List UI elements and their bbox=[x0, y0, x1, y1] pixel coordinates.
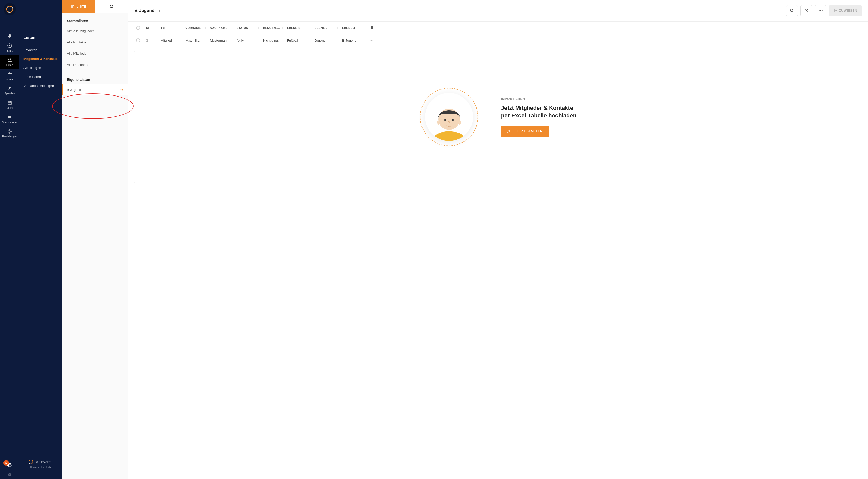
col-vorname[interactable]: VORNAME bbox=[185, 26, 201, 29]
col-benutzer[interactable]: BENUTZE... bbox=[263, 26, 280, 29]
search-icon bbox=[110, 5, 114, 9]
list-b-jugend[interactable]: B-Jugend bbox=[62, 84, 128, 95]
filter-icon[interactable] bbox=[303, 27, 306, 29]
rail-vereinsportal[interactable]: Vereinsportal bbox=[0, 112, 20, 126]
col-ebene2[interactable]: EBENE 2 bbox=[315, 26, 328, 29]
sidebar-item-abteilungen[interactable]: Abteilungen bbox=[24, 63, 58, 72]
external-link-icon bbox=[804, 9, 808, 13]
powered-by: Powered by :buhl bbox=[30, 466, 52, 469]
table-header: NR.| TYP| VORNAME| NACHNAME| STATUS| BEN… bbox=[128, 22, 868, 34]
filter-icon[interactable] bbox=[331, 27, 334, 29]
tab-search[interactable] bbox=[95, 0, 128, 13]
row-checkbox[interactable] bbox=[136, 38, 140, 42]
import-button-label: JETZT STARTEN bbox=[515, 129, 543, 133]
cell-vorname: Maximilian bbox=[183, 38, 208, 42]
sidebar-item-favoriten[interactable]: Favoriten bbox=[24, 46, 58, 54]
svg-point-17 bbox=[820, 10, 821, 11]
rail-listen[interactable]: Listen bbox=[0, 55, 20, 69]
svg-point-18 bbox=[822, 10, 823, 11]
tab-liste-label: LISTE bbox=[76, 5, 87, 8]
upload-icon bbox=[507, 129, 511, 133]
person-illustration-icon bbox=[430, 100, 468, 141]
lists-panel: LISTE Stammlisten Aktuelle Mitglieder Al… bbox=[62, 0, 128, 479]
rail-finanzen[interactable]: Finanzen bbox=[0, 69, 20, 83]
list-add-icon bbox=[834, 9, 837, 12]
svg-point-23 bbox=[371, 40, 372, 41]
cell-status: Aktiv bbox=[235, 38, 261, 42]
rail-bell[interactable] bbox=[0, 31, 20, 40]
page-count: 1 bbox=[158, 9, 160, 13]
svg-point-13 bbox=[110, 5, 113, 8]
brand-icon bbox=[28, 459, 33, 465]
svg-point-7 bbox=[9, 131, 10, 132]
chat-badge: 5 bbox=[3, 460, 9, 466]
table-row[interactable]: 3 Mitglied Maximilian Mustermann Aktiv N… bbox=[128, 34, 868, 47]
main-content: B-Jugend 1 ZUWEISEN NR.| TYP| VORNAME| N… bbox=[128, 0, 868, 479]
columns-icon[interactable] bbox=[370, 26, 373, 29]
svg-point-24 bbox=[373, 40, 373, 41]
bank-icon bbox=[7, 72, 12, 77]
filter-icon[interactable] bbox=[172, 27, 175, 29]
svg-point-3 bbox=[9, 46, 10, 46]
info-icon[interactable]: i bbox=[8, 473, 11, 476]
svg-rect-19 bbox=[370, 26, 370, 29]
rail-listen-label: Listen bbox=[6, 64, 13, 66]
row-more-icon[interactable] bbox=[370, 40, 373, 41]
rail-einstellungen-label: Einstellungen bbox=[2, 135, 17, 138]
cell-ebene2: Jugend bbox=[313, 38, 340, 42]
megaphone-icon bbox=[7, 115, 12, 119]
header-external-button[interactable] bbox=[800, 5, 812, 16]
col-ebene1[interactable]: EBENE 1 bbox=[287, 26, 300, 29]
bell-icon bbox=[8, 34, 12, 38]
assign-button[interactable]: ZUWEISEN bbox=[829, 5, 862, 16]
sidebar-item-verbandsmeldungen[interactable]: Verbandsmeldungen bbox=[24, 81, 58, 90]
page-title: B-Jugend bbox=[134, 8, 154, 13]
rail-finanzen-label: Finanzen bbox=[4, 78, 15, 81]
calendar-icon bbox=[7, 100, 12, 105]
sidebar-item-freie-listen[interactable]: Freie Listen bbox=[24, 72, 58, 81]
hands-heart-icon bbox=[7, 86, 12, 91]
sidebar-item-mitglieder[interactable]: Mitglieder & Kontakte bbox=[24, 54, 58, 63]
rail-start[interactable]: Start bbox=[0, 40, 20, 55]
col-nr[interactable]: NR. bbox=[146, 26, 151, 29]
rail-einstellungen[interactable]: Einstellungen bbox=[0, 126, 20, 141]
select-all-checkbox[interactable] bbox=[136, 26, 140, 30]
import-kicker: IMPORTIEREN bbox=[501, 97, 577, 100]
brand: MeinVerein bbox=[28, 459, 53, 465]
col-typ[interactable]: TYP bbox=[160, 26, 166, 29]
header-search-button[interactable] bbox=[786, 5, 798, 16]
list-alle-kontakte[interactable]: Alle Kontakte bbox=[62, 37, 128, 48]
more-icon bbox=[818, 10, 823, 11]
col-ebene3[interactable]: EBENE 3 bbox=[342, 26, 355, 29]
rail-orga[interactable]: Orga bbox=[0, 97, 20, 112]
list-alle-mitglieder[interactable]: Alle Mitglieder bbox=[62, 48, 128, 59]
filter-icon[interactable] bbox=[359, 27, 362, 29]
rail-start-label: Start bbox=[7, 49, 12, 52]
people-icon bbox=[7, 58, 12, 62]
svg-point-4 bbox=[8, 59, 10, 60]
annotation-circle bbox=[52, 93, 134, 119]
rail-chat[interactable]: 5 bbox=[7, 463, 12, 468]
cell-nachname: Mustermann bbox=[208, 38, 235, 42]
cell-ebene3: B-Jugend bbox=[340, 38, 368, 42]
tab-liste[interactable]: LISTE bbox=[62, 0, 95, 13]
cell-ebene1: Fußball bbox=[285, 38, 313, 42]
broadcast-icon bbox=[120, 89, 123, 91]
col-status[interactable]: STATUS bbox=[237, 26, 248, 29]
col-nachname[interactable]: NACHNAME bbox=[210, 26, 227, 29]
rail-vereinsportal-label: Vereinsportal bbox=[2, 121, 17, 124]
svg-text:i: i bbox=[9, 473, 10, 476]
search-icon bbox=[790, 9, 794, 13]
filter-icon[interactable] bbox=[252, 27, 255, 29]
nav-rail: Start Listen Finanzen Spenden Orga Verei… bbox=[0, 0, 20, 479]
app-logo[interactable] bbox=[4, 3, 16, 15]
import-start-button[interactable]: JETZT STARTEN bbox=[501, 126, 549, 137]
header-more-button[interactable] bbox=[815, 5, 827, 16]
svg-point-5 bbox=[10, 59, 11, 60]
sidebar-title: Listen bbox=[24, 35, 58, 40]
rail-spenden[interactable]: Spenden bbox=[0, 83, 20, 97]
import-avatar bbox=[420, 88, 478, 146]
list-alle-personen[interactable]: Alle Personen bbox=[62, 59, 128, 70]
list-aktuelle-mitglieder[interactable]: Aktuelle Mitglieder bbox=[62, 26, 128, 37]
gear-icon bbox=[7, 129, 12, 134]
